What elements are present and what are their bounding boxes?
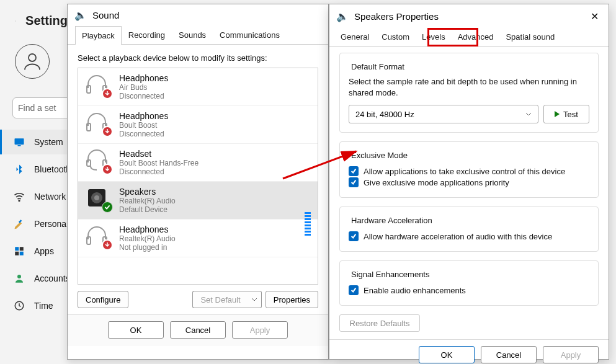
audio-enhancements-checkbox[interactable]: Enable audio enhancements [349, 285, 589, 295]
apps-icon [13, 245, 25, 257]
headphones-icon [84, 149, 112, 174]
clock-icon [13, 300, 25, 312]
sound-window-title: 🔈 Sound [68, 4, 328, 25]
props-dialog-buttons: OK Cancel Apply [329, 339, 609, 364]
tab-recording[interactable]: Recording [122, 25, 172, 44]
svg-rect-6 [20, 247, 24, 251]
sample-rate-select[interactable]: 24 bit, 48000 Hz [349, 105, 538, 123]
device-speakers-3[interactable]: SpeakersRealtek(R) AudioDefault Device [78, 182, 318, 220]
tab-spatial-sound[interactable]: Spatial sound [499, 28, 561, 46]
ok-button[interactable]: OK [419, 346, 475, 363]
level-meter [305, 212, 311, 239]
download-badge-icon [102, 164, 113, 175]
tab-advanced[interactable]: Advanced [452, 28, 500, 46]
cancel-button[interactable]: Cancel [170, 321, 226, 339]
tab-playback[interactable]: Playback [75, 26, 122, 45]
svg-rect-5 [15, 247, 19, 251]
svg-point-3 [19, 200, 20, 202]
exclusive-mode-group: Exclusive Mode Allow applications to tak… [339, 141, 599, 198]
exclusive-control-checkbox[interactable]: Allow applications to take exclusive con… [349, 166, 589, 176]
tab-custom[interactable]: Custom [375, 28, 416, 46]
sidebar-item-time[interactable]: Time [0, 293, 74, 318]
settings-nav: SystemBluetoothNetworkPersonalizationApp… [0, 130, 74, 318]
props-tabs: GeneralCustomLevelsAdvancedSpatial sound [329, 28, 609, 47]
hardware-accel-group: Hardware Acceleration Allow hardware acc… [339, 206, 599, 252]
sound-tabs: PlaybackRecordingSoundsCommunications [68, 25, 328, 45]
svg-point-22 [94, 195, 99, 200]
set-default-button[interactable]: Set Default [192, 291, 248, 308]
cancel-button[interactable]: Cancel [481, 346, 537, 363]
svg-rect-2 [18, 145, 21, 146]
speaker-icon [84, 187, 112, 211]
apply-button[interactable]: Apply [232, 321, 288, 339]
sidebar-item-bluetooth[interactable]: Bluetooth [0, 157, 74, 182]
sound-instruction: Select a playback device below to modify… [68, 45, 328, 68]
speaker-icon: 🔈 [337, 11, 348, 22]
speaker-icon: 🔈 [75, 9, 86, 20]
wifi-icon [13, 190, 25, 203]
tab-general[interactable]: General [334, 28, 375, 46]
svg-point-9 [17, 275, 21, 278]
device-headphones-0[interactable]: HeadphonesAir BudsDisconnected [78, 68, 318, 106]
device-headphones-1[interactable]: HeadphonesBoult BoostDisconnected [78, 106, 318, 144]
brush-icon [13, 218, 25, 230]
person-icon [13, 272, 25, 285]
signal-enhancements-group: Signal Enhancements Enable audio enhance… [339, 260, 599, 306]
bt-icon [13, 163, 25, 175]
configure-button[interactable]: Configure [78, 291, 128, 308]
back-icon[interactable] [15, 16, 17, 27]
monitor-icon [13, 136, 25, 148]
speakers-properties-window: 🔈 Speakers Properties ✕ GeneralCustomLev… [329, 4, 609, 360]
sidebar-item-accounts[interactable]: Accounts [0, 266, 74, 291]
search-input[interactable]: Find a set [12, 97, 74, 118]
sidebar-item-system[interactable]: System [0, 130, 74, 154]
apply-button[interactable]: Apply [543, 346, 599, 363]
device-headset-2[interactable]: HeadsetBoult Boost Hands-FreeDisconnecte… [78, 144, 318, 182]
check-badge-icon [102, 202, 113, 213]
test-button[interactable]: Test [543, 105, 589, 123]
sidebar-item-network[interactable]: Network [0, 184, 74, 209]
chevron-down-icon[interactable] [248, 291, 262, 308]
play-icon [555, 111, 560, 117]
svg-point-0 [29, 54, 36, 61]
exclusive-priority-checkbox[interactable]: Give exclusive mode applications priorit… [349, 177, 589, 187]
avatar[interactable] [15, 44, 50, 79]
tab-sounds[interactable]: Sounds [172, 25, 213, 44]
properties-button[interactable]: Properties [266, 291, 318, 308]
chevron-down-icon [525, 112, 532, 116]
sidebar-item-apps[interactable]: Apps [0, 239, 74, 264]
props-body: Default Format Select the sample rate an… [329, 47, 609, 339]
hw-accel-checkbox[interactable]: Allow hardware acceleration of audio wit… [349, 231, 589, 241]
ok-button[interactable]: OK [108, 321, 164, 339]
headphones-icon [84, 224, 112, 249]
headphones-icon [84, 73, 112, 98]
download-badge-icon [102, 88, 113, 99]
sidebar-item-personalization[interactable]: Personalization [0, 211, 74, 236]
settings-sidebar: Settings Find a set SystemBluetoothNetwo… [0, 0, 74, 364]
sound-dialog-buttons: OK Cancel Apply [68, 314, 328, 346]
svg-rect-8 [20, 252, 24, 255]
sound-action-row: Configure Set Default Properties [68, 285, 328, 314]
tab-levels[interactable]: Levels [416, 28, 452, 46]
props-title: Speakers Properties [354, 11, 439, 22]
svg-rect-1 [15, 138, 24, 144]
device-headphones-4[interactable]: HeadphonesRealtek(R) AudioNot plugged in [78, 220, 318, 257]
set-default-group[interactable]: Set Default [192, 291, 261, 308]
download-badge-icon [102, 126, 113, 137]
playback-device-list: HeadphonesAir BudsDisconnectedHeadphones… [78, 68, 318, 285]
sound-window: 🔈 Sound PlaybackRecordingSoundsCommunica… [67, 4, 329, 360]
download-badge-icon [102, 239, 113, 251]
tab-communications[interactable]: Communications [213, 25, 287, 44]
svg-point-23 [102, 202, 112, 212]
restore-defaults-button[interactable]: Restore Defaults [339, 314, 420, 332]
svg-rect-7 [15, 252, 19, 255]
default-format-group: Default Format Select the sample rate an… [339, 53, 599, 133]
close-button[interactable]: ✕ [587, 9, 601, 23]
headphones-icon [84, 111, 112, 136]
